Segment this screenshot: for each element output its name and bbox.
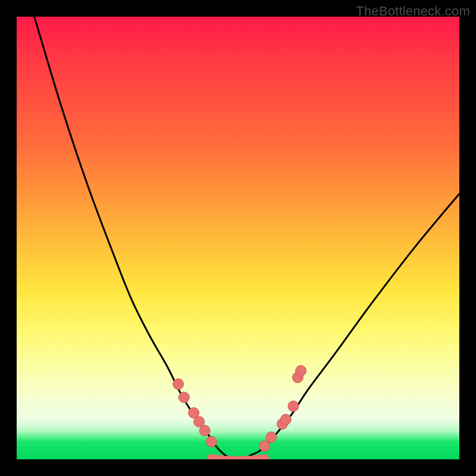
marker-right: [266, 432, 277, 443]
marker-right: [259, 441, 270, 452]
marker-left: [178, 392, 189, 403]
bottleneck-curve: [35, 17, 459, 459]
marker-right: [288, 401, 299, 412]
marker-right: [280, 414, 291, 425]
plot-area: [17, 17, 459, 459]
marker-right: [296, 365, 306, 376]
marker-left: [173, 379, 184, 390]
trough-band: [211, 459, 264, 459]
marker-left: [206, 436, 217, 447]
chart-frame: TheBottleneck.com: [0, 0, 476, 476]
bottleneck-chart: [17, 17, 459, 459]
marker-left: [199, 425, 210, 436]
